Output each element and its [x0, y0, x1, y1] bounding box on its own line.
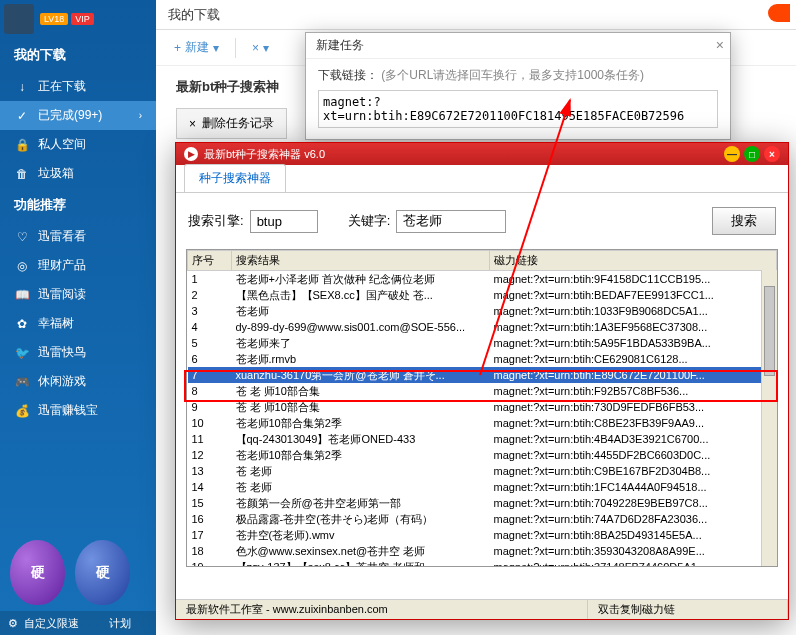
bt-title-bar[interactable]: ▶ 最新bt种子搜索神器 v6.0 — □ ×	[176, 143, 788, 165]
new-task-button[interactable]: + 新建 ▾	[166, 35, 227, 60]
table-row[interactable]: 8苍 老 师10部合集magnet:?xt=urn:btih:F92B57C8B…	[188, 383, 777, 399]
delete-button[interactable]: × ▾	[244, 37, 277, 59]
table-row[interactable]: 12苍老师10部合集第2季magnet:?xt=urn:btih:4455DF2…	[188, 447, 777, 463]
link-icon: ✿	[14, 316, 30, 332]
chevron-down-icon: ▾	[213, 41, 219, 55]
sidebar-link-5[interactable]: 🎮休闲游戏	[0, 367, 156, 396]
sidebar-link-0[interactable]: ♡迅雷看看	[0, 222, 156, 251]
bt-tabs: 种子搜索神器	[176, 165, 788, 193]
status-right: 双击复制磁力链	[588, 600, 788, 619]
egg-blue[interactable]: 硬	[75, 540, 130, 605]
sidebar-link-4[interactable]: 🐦迅雷快鸟	[0, 338, 156, 367]
link-icon: 📖	[14, 287, 30, 303]
section-recommended: 功能推荐	[0, 188, 156, 222]
search-button[interactable]: 搜索	[712, 207, 776, 235]
col-index[interactable]: 序号	[188, 251, 232, 271]
download-icon: ↓	[14, 79, 30, 95]
table-row[interactable]: 11【qq-243013049】苍老师ONED-433magnet:?xt=ur…	[188, 431, 777, 447]
decorative-eggs: 硬 硬	[10, 540, 130, 605]
link-icon: ♡	[14, 229, 30, 245]
nav-label: 已完成(99+)	[38, 107, 102, 124]
url-input[interactable]	[318, 90, 718, 128]
link-label: 迅雷阅读	[38, 286, 86, 303]
footer-bar: ⚙ 自定义限速 计划	[0, 611, 156, 635]
section-my-downloads: 我的下载	[0, 38, 156, 72]
link-label: 休闲游戏	[38, 373, 86, 390]
table-row[interactable]: 17苍井空(苍老师).wmvmagnet:?xt=urn:btih:8BA25D…	[188, 527, 777, 543]
link-icon: 🎮	[14, 374, 30, 390]
trash-icon: 🗑	[14, 166, 30, 182]
scrollbar-thumb[interactable]	[764, 286, 775, 376]
col-magnet[interactable]: 磁力链接	[490, 251, 777, 271]
main-title: 我的下载	[156, 0, 796, 30]
minimize-button[interactable]: —	[724, 146, 740, 162]
result-table-wrap: 序号 搜索结果 磁力链接 1苍老师+小泽老师 首次做种 纪念俩位老师magnet…	[186, 249, 778, 567]
link-label: 理财产品	[38, 257, 86, 274]
tools-label[interactable]: 工具	[740, 6, 762, 21]
nav-label: 正在下载	[38, 78, 86, 95]
nav-label: 私人空间	[38, 136, 86, 153]
avatar[interactable]	[4, 4, 34, 34]
table-row[interactable]: 13苍 老师magnet:?xt=urn:btih:C9BE167BF2D304…	[188, 463, 777, 479]
keyword-label: 关键字:	[348, 212, 391, 230]
col-result[interactable]: 搜索结果	[232, 251, 490, 271]
divider	[235, 38, 236, 58]
close-icon: ×	[252, 41, 259, 55]
chevron-right-icon: ›	[139, 110, 142, 121]
schedule-label[interactable]: 计划	[109, 616, 131, 631]
close-button[interactable]: ×	[764, 146, 780, 162]
table-row[interactable]: 18色水@www.sexinsex.net@苍井空 老师magnet:?xt=u…	[188, 543, 777, 559]
delete-task-records-button[interactable]: × 删除任务记录	[176, 108, 287, 139]
result-table: 序号 搜索结果 磁力链接 1苍老师+小泽老师 首次做种 纪念俩位老师magnet…	[187, 250, 777, 567]
engine-label: 搜索引擎:	[188, 212, 244, 230]
engine-input[interactable]	[250, 210, 318, 233]
user-area: LV18 VIP	[0, 0, 156, 38]
table-row[interactable]: 6苍老师.rmvbmagnet:?xt=urn:btih:CE629081C61…	[188, 351, 777, 367]
link-label: 迅雷看看	[38, 228, 86, 245]
vip-badge: VIP	[71, 13, 94, 25]
table-row[interactable]: 14苍 老师magnet:?xt=urn:btih:1FC14A44A0F945…	[188, 479, 777, 495]
chevron-down-icon: ▾	[263, 41, 269, 55]
gear-icon[interactable]: ⚙	[8, 617, 18, 630]
url-hint: (多个URL请选择回车换行，最多支持1000条任务)	[381, 68, 644, 82]
search-row: 搜索引擎: 关键字: 搜索	[176, 193, 788, 249]
table-row[interactable]: 9苍 老 师10部合集magnet:?xt=urn:btih:730D9FEDF…	[188, 399, 777, 415]
close-icon[interactable]: ×	[716, 37, 724, 53]
table-row[interactable]: 2【黑色点击】【SEX8.cc】国产破处 苍...magnet:?xt=urn:…	[188, 287, 777, 303]
sidebar-link-2[interactable]: 📖迅雷阅读	[0, 280, 156, 309]
sidebar-link-3[interactable]: ✿幸福树	[0, 309, 156, 338]
nav-downloading[interactable]: ↓ 正在下载	[0, 72, 156, 101]
nav-private[interactable]: 🔒 私人空间	[0, 130, 156, 159]
level-badge: LV18	[40, 13, 68, 25]
keyword-input[interactable]	[396, 210, 506, 233]
table-row[interactable]: 10苍老师10部合集第2季magnet:?xt=urn:btih:C8BE23F…	[188, 415, 777, 431]
link-icon: ◎	[14, 258, 30, 274]
dialog-body: 下载链接： (多个URL请选择回车换行，最多支持1000条任务)	[306, 59, 730, 139]
orange-button[interactable]	[768, 4, 790, 22]
maximize-button[interactable]: □	[744, 146, 760, 162]
tab-search[interactable]: 种子搜索神器	[184, 164, 286, 192]
table-row[interactable]: 19【zgy-137】【sex8.cc】苍井空 老师和...magnet:?xt…	[188, 559, 777, 567]
new-task-dialog: 新建任务 × 下载链接： (多个URL请选择回车换行，最多支持1000条任务)	[305, 32, 731, 140]
status-left: 最新软件工作室 - www.zuixinbanben.com	[176, 600, 588, 619]
table-row[interactable]: 16极品露露-苍井空(苍井そら)老师（有码）magnet:?xt=urn:bti…	[188, 511, 777, 527]
scrollbar[interactable]	[761, 270, 777, 566]
table-row[interactable]: 4dy-899-dy-699@www.sis001.com@SOE-556...…	[188, 319, 777, 335]
speed-limit-label[interactable]: 自定义限速	[24, 616, 79, 631]
table-row[interactable]: 7xuanzhu-36170第一会所@苍老师 蒼井そ...magnet:?xt=…	[188, 367, 777, 383]
dialog-title-bar[interactable]: 新建任务 ×	[306, 33, 730, 59]
table-row[interactable]: 1苍老师+小泽老师 首次做种 纪念俩位老师magnet:?xt=urn:btih…	[188, 271, 777, 288]
sidebar-link-1[interactable]: ◎理财产品	[0, 251, 156, 280]
nav-trash[interactable]: 🗑 垃圾箱	[0, 159, 156, 188]
link-icon: 🐦	[14, 345, 30, 361]
nav-label: 垃圾箱	[38, 165, 74, 182]
table-row[interactable]: 15苍颜第一会所@苍井空老师第一部magnet:?xt=urn:btih:704…	[188, 495, 777, 511]
new-label: 新建	[185, 39, 209, 56]
table-row[interactable]: 3苍老师magnet:?xt=urn:btih:1033F9B9068DC5A1…	[188, 303, 777, 319]
nav-completed[interactable]: ✓ 已完成(99+) ›	[0, 101, 156, 130]
sidebar-link-6[interactable]: 💰迅雷赚钱宝	[0, 396, 156, 425]
egg-purple[interactable]: 硬	[10, 540, 65, 605]
table-row[interactable]: 5苍老师来了magnet:?xt=urn:btih:5A95F1BDA533B9…	[188, 335, 777, 351]
link-label: 迅雷快鸟	[38, 344, 86, 361]
plus-icon: +	[174, 41, 181, 55]
